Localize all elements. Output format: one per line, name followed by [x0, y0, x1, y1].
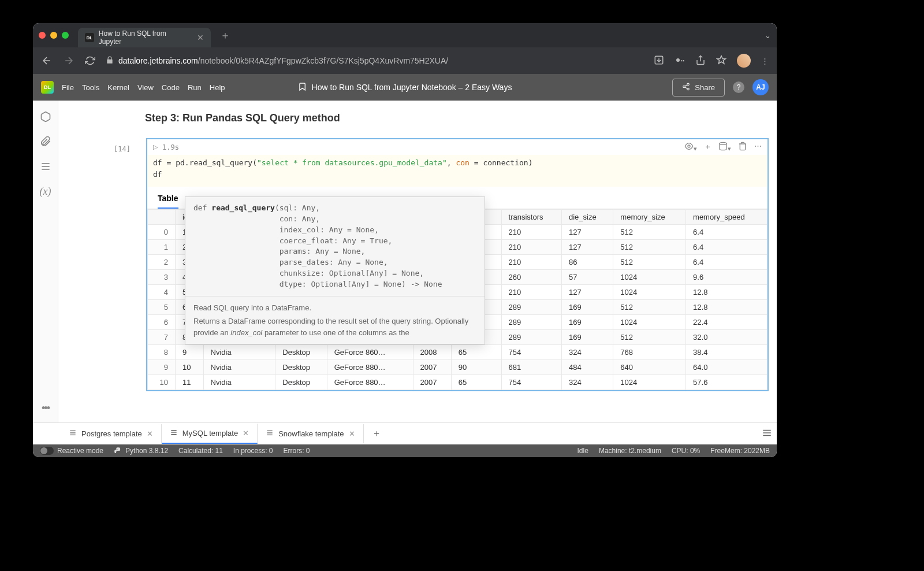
footer-tab-postgres[interactable]: Postgres template ✕: [61, 424, 162, 443]
attachments-icon[interactable]: [40, 136, 51, 149]
menu-dots-icon[interactable]: ⋮: [761, 57, 769, 65]
table-cell: 640: [613, 360, 686, 375]
footer-tab-mysql[interactable]: MySQL template ✕: [162, 424, 258, 444]
table-cell: 289: [501, 330, 561, 345]
table-cell: 9: [176, 345, 204, 360]
table-header[interactable]: transistors: [501, 210, 561, 225]
toc-icon[interactable]: [40, 161, 51, 174]
table-cell: 289: [501, 315, 561, 330]
add-cell-icon[interactable]: ＋: [704, 142, 711, 153]
profile-avatar[interactable]: [737, 54, 751, 68]
share-button[interactable]: Share: [672, 79, 725, 97]
table-header[interactable]: [148, 210, 176, 225]
menu-view[interactable]: View: [137, 83, 154, 92]
table-cell: 127: [561, 225, 613, 240]
add-notebook-tab-icon[interactable]: ＋: [364, 423, 389, 444]
status-idle: Idle: [578, 447, 588, 455]
url-field[interactable]: datalore.jetbrains.com/notebook/0k5R4AZg…: [106, 56, 643, 66]
help-icon[interactable]: ?: [733, 81, 744, 93]
delete-cell-icon[interactable]: [738, 142, 747, 153]
table-cell: 6: [148, 315, 176, 330]
table-row[interactable]: 89NvidiaDesktopGeForce 860…2008657543247…: [148, 345, 767, 360]
code-editor[interactable]: df = pd.read_sql_query("select * from da…: [147, 155, 767, 187]
table-cell: GeForce 880…: [327, 360, 413, 375]
table-cell: Nvidia: [203, 345, 275, 360]
table-cell: 57: [561, 270, 613, 285]
close-tab-icon[interactable]: ✕: [349, 429, 355, 438]
table-row[interactable]: 910NvidiaDesktopGeForce 880…200790681484…: [148, 360, 767, 375]
share-icon: [682, 83, 690, 92]
table-cell: 289: [501, 300, 561, 315]
user-avatar[interactable]: AJ: [752, 79, 769, 95]
svg-point-2: [687, 83, 690, 86]
close-tab-icon[interactable]: ✕: [147, 429, 153, 438]
reload-icon[interactable]: [85, 55, 95, 66]
table-cell: 210: [501, 240, 561, 255]
list-icon: [266, 429, 274, 439]
browser-tab-active[interactable]: DL How to Run SQL from Jupyter ✕: [78, 28, 211, 47]
table-cell: 57.6: [686, 375, 767, 390]
install-app-icon[interactable]: [654, 55, 664, 67]
footer-tab-label: Postgres template: [81, 429, 142, 438]
status-inprocess: In process: 0: [233, 447, 273, 455]
output-tab-table[interactable]: Table: [158, 194, 178, 209]
table-header[interactable]: die_size: [561, 210, 613, 225]
passwords-icon[interactable]: [675, 55, 685, 67]
minimize-window-icon[interactable]: [50, 32, 57, 39]
tabs-overflow-icon[interactable]: ⌄: [765, 31, 771, 40]
svg-point-8: [688, 145, 690, 147]
svg-point-9: [720, 142, 726, 144]
more-tools-icon[interactable]: •••: [42, 402, 49, 414]
close-tab-icon[interactable]: ✕: [197, 33, 204, 42]
footer-tab-label: Snowflake template: [278, 429, 344, 438]
table-cell: 754: [501, 375, 561, 390]
close-tab-icon[interactable]: ✕: [243, 429, 249, 437]
menu-kernel[interactable]: Kernel: [107, 83, 129, 92]
table-header[interactable]: memory_speed: [686, 210, 767, 225]
new-tab-icon[interactable]: ＋: [220, 28, 230, 42]
reactive-toggle[interactable]: Reactive mode: [40, 447, 103, 455]
close-window-icon[interactable]: [39, 32, 46, 39]
table-row[interactable]: 1011NvidiaDesktopGeForce 880…20076575432…: [148, 375, 767, 390]
notebook-tabs-menu-icon[interactable]: [762, 428, 772, 440]
visibility-icon[interactable]: ▾: [684, 142, 697, 153]
table-cell: GeForce 860…: [327, 345, 413, 360]
footer-tab-label: MySQL template: [182, 429, 238, 437]
document-title-area: How to Run SQL from Jupyter Notebook – 2…: [298, 82, 512, 93]
table-header[interactable]: memory_size: [613, 210, 686, 225]
table-cell: 169: [561, 315, 613, 330]
datalore-logo[interactable]: [41, 81, 54, 94]
menu-help[interactable]: Help: [210, 83, 225, 92]
table-cell: Nvidia: [203, 375, 275, 390]
table-cell: 512: [613, 225, 686, 240]
run-sql-icon[interactable]: ▾: [718, 142, 731, 153]
menu-code[interactable]: Code: [162, 83, 180, 92]
back-icon[interactable]: [41, 55, 53, 66]
footer-tab-snowflake[interactable]: Snowflake template ✕: [258, 424, 363, 443]
tab-title: How to Run SQL from Jupyter: [99, 29, 190, 46]
status-bar: Reactive mode Python 3.8.12 Calculated: …: [33, 444, 777, 457]
menu-run[interactable]: Run: [188, 83, 202, 92]
star-icon[interactable]: [716, 55, 726, 67]
window-controls: [39, 32, 69, 39]
share-page-icon[interactable]: [695, 55, 706, 67]
menu-tools[interactable]: Tools: [82, 83, 99, 92]
cell-more-icon[interactable]: ⋯: [754, 142, 762, 153]
table-cell: 8: [148, 345, 176, 360]
run-cell-icon[interactable]: ▷: [153, 143, 158, 151]
menu-file[interactable]: File: [62, 83, 74, 92]
table-cell: 210: [501, 285, 561, 300]
document-title: How to Run SQL from Jupyter Notebook – 2…: [312, 83, 512, 92]
table-cell: 10: [176, 360, 204, 375]
maximize-window-icon[interactable]: [62, 32, 69, 39]
table-cell: 86: [561, 255, 613, 270]
table-cell: 484: [561, 360, 613, 375]
bookmark-icon[interactable]: [298, 82, 307, 93]
variables-icon[interactable]: (x): [40, 186, 51, 198]
table-cell: Desktop: [275, 345, 327, 360]
outline-icon[interactable]: [40, 111, 51, 124]
forward-icon[interactable]: [63, 55, 74, 66]
exec-time: 1.9s: [162, 143, 179, 151]
share-label: Share: [695, 83, 715, 92]
status-cpu: CPU: 0%: [672, 447, 700, 455]
